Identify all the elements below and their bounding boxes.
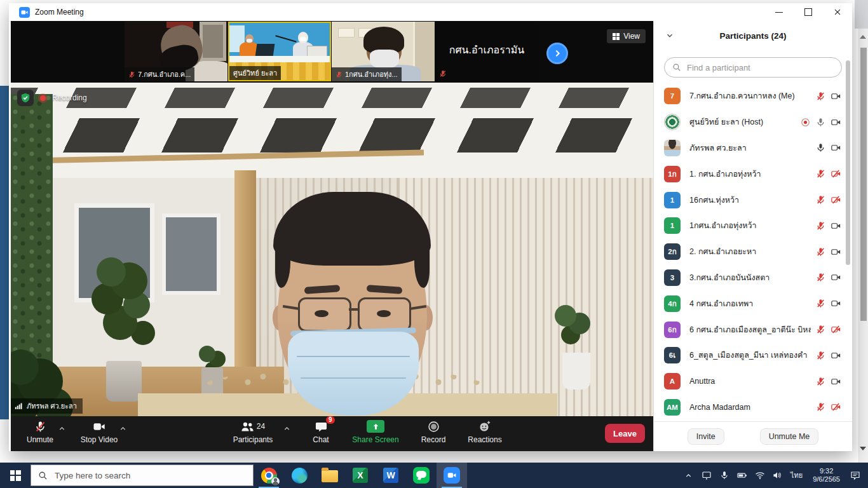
thumbnail-name-tag: 7.กศน.อำเภอ.ค... [125, 67, 194, 81]
tray-expand-chevron[interactable] [684, 470, 694, 480]
recording-dot-icon [40, 95, 46, 101]
screen: Zoom Meeting 7.กศน.อำเภอ.ค... [0, 0, 868, 488]
chat-label: Chat [313, 435, 329, 444]
participant-search[interactable] [664, 57, 842, 78]
recording-indicator: Recording [17, 90, 87, 106]
taskbar-app-excel[interactable] [345, 463, 376, 488]
chat-unread-badge: 9 [326, 416, 335, 424]
participants-options-chevron[interactable] [281, 423, 292, 433]
participant-row[interactable]: ภัทรพล ศว.ยะลา [654, 135, 852, 161]
participant-row[interactable]: ศูนย์วิทย์ ยะลา (Host) [654, 109, 852, 135]
glasses-lens [298, 297, 351, 332]
record-button[interactable]: Record [408, 420, 459, 444]
main-video[interactable]: Recording ภัทรพล ศว.ยะลา [11, 83, 653, 416]
camera-on-icon [831, 351, 841, 360]
leave-button[interactable]: Leave [605, 424, 645, 443]
participant-row[interactable]: 1ก 1. กศน.อำเภอทุ่งหว้า [654, 161, 852, 187]
taskbar-search[interactable] [31, 464, 254, 486]
recording-label: Recording [52, 93, 87, 102]
mic-muted-icon [816, 221, 825, 231]
video-thumbnail-1[interactable]: 7.กศน.อำเภอ.ค... [125, 22, 227, 81]
participant-name: 1. กศน.อำเภอทุ่งหว้า [689, 168, 811, 180]
participant-row[interactable]: 4ก 4 กศน.อำเภอเทพา [654, 290, 852, 316]
video-thumbnail-2-active-speaker[interactable]: ศูนย์วิทย์ ยะลา [228, 22, 331, 81]
participant-name: Archa Madardam [689, 403, 811, 412]
mic-muted-icon [816, 377, 825, 386]
muted-mic-icon [336, 71, 342, 78]
video-thumbnail-4[interactable]: กศน.อำเภอรามัน [435, 22, 538, 81]
unmute-me-button[interactable]: Unmute Me [760, 428, 819, 445]
language-indicator[interactable]: ไทย [790, 470, 803, 481]
chrome-icon [261, 468, 277, 484]
taskbar-app-edge[interactable] [284, 463, 315, 488]
battery-icon[interactable] [737, 470, 747, 480]
stop-video-button[interactable]: Stop Video [74, 420, 125, 444]
participant-row[interactable]: 7 7.กศน.อำเภอ.ควนกาหลง (Me) [654, 83, 852, 109]
close-button[interactable] [823, 3, 852, 21]
scroll-down-arrow-icon[interactable] [860, 447, 866, 451]
participant-row[interactable]: AM Archa Madardam [654, 395, 852, 421]
thumbnail-name: 7.กศน.อำเภอ.ค... [138, 69, 191, 80]
zoom-app-icon [19, 7, 30, 18]
start-button[interactable] [0, 463, 31, 488]
participant-row[interactable]: 6ก 6 กศน.อำเภอเมืองสตูล_อาตีน๊ะ บิหลาย..… [654, 316, 852, 342]
search-input[interactable] [686, 62, 834, 73]
participant-row[interactable]: 1 1กศน.อำเภอทุ่งหว้า [654, 213, 852, 239]
video-thumbnail-3[interactable]: 1กศน.อำเภอทุ่ง... [332, 22, 435, 81]
maximize-button[interactable] [794, 3, 823, 21]
thumbnail-name: 1กศน.อำเภอทุ่ง... [345, 69, 398, 80]
next-page-arrow-button[interactable] [546, 43, 568, 64]
taskbar-app-line[interactable] [406, 463, 437, 488]
participant-name: 6 กศน.อำเภอเมืองสตูล_อาตีน๊ะ บิหลาย... [689, 323, 811, 336]
chat-button[interactable]: 9 Chat [295, 420, 346, 444]
action-center-icon[interactable] [850, 470, 860, 480]
participants-panel-footer: Invite Unmute Me [654, 421, 852, 451]
reactions-button[interactable]: Reactions [459, 420, 510, 444]
minimize-button[interactable] [764, 3, 794, 21]
participants-scrollbar-thumb[interactable] [846, 60, 850, 265]
taskbar-app-file-explorer[interactable] [315, 463, 345, 488]
audio-options-chevron[interactable] [57, 423, 67, 433]
share-screen-label: Share Screen [352, 435, 398, 444]
wifi-icon[interactable] [755, 470, 765, 480]
taskbar-search-input[interactable] [53, 470, 246, 481]
meeting-info-shield-button[interactable] [17, 90, 34, 106]
tray-time: 9:32 [820, 467, 833, 476]
video-options-chevron[interactable] [118, 423, 128, 433]
share-screen-button[interactable]: Share Screen [350, 420, 401, 444]
laptop-1 [255, 44, 275, 57]
participant-row[interactable]: 6เ 6_สตูล_เมืองสตูล_มีนา เหล่ทองคำ [654, 342, 852, 369]
taskbar-app-zoom[interactable] [437, 463, 467, 488]
edge-icon [292, 468, 308, 484]
microphone-tray-icon[interactable] [719, 470, 729, 480]
volume-icon[interactable] [773, 470, 783, 480]
view-button[interactable]: View [607, 29, 646, 43]
panel-collapse-chevron[interactable] [664, 30, 675, 41]
title-bar[interactable]: Zoom Meeting [9, 3, 852, 22]
taskbar-app-chrome[interactable] [254, 463, 284, 488]
muted-mic-icon [128, 71, 135, 78]
background-scrollbar-thumb[interactable] [860, 48, 867, 321]
participant-row[interactable]: A Anuttra [654, 369, 852, 395]
participant-name: Anuttra [689, 377, 811, 386]
participant-row[interactable]: 2ก 2. กศน.อำเภอยะหา [654, 239, 852, 265]
participants-button[interactable]: 24 Participants [227, 420, 278, 444]
participant-row[interactable]: 3 3.กศน.อำเภอบันนังสตา [654, 265, 852, 291]
taskbar-clock[interactable]: 9:32 9/6/2565 [810, 467, 843, 484]
scroll-up-arrow-icon[interactable] [860, 35, 866, 39]
participant-row[interactable]: 1 16กศน.ทุ่งหว้า [654, 187, 852, 213]
cast-display-icon[interactable] [702, 470, 712, 480]
grid-view-icon [613, 33, 620, 40]
camera-on-icon [831, 221, 841, 231]
mic-on-icon [816, 143, 825, 152]
invite-button[interactable]: Invite [688, 428, 724, 445]
excel-icon [353, 468, 368, 483]
taskbar-app-word[interactable] [376, 463, 406, 488]
zoom-meeting-window: Zoom Meeting 7.กศน.อำเภอ.ค... [9, 3, 852, 451]
participant-name: 3.กศน.อำเภอบันนังสตา [689, 271, 811, 284]
avatar: 3 [664, 269, 681, 286]
small-plant-leaves [199, 346, 215, 362]
glasses-bridge [349, 308, 359, 311]
meeting-toolbar: Unmute Stop Video 24 Participants [11, 416, 653, 451]
mic-muted-icon [816, 247, 825, 257]
